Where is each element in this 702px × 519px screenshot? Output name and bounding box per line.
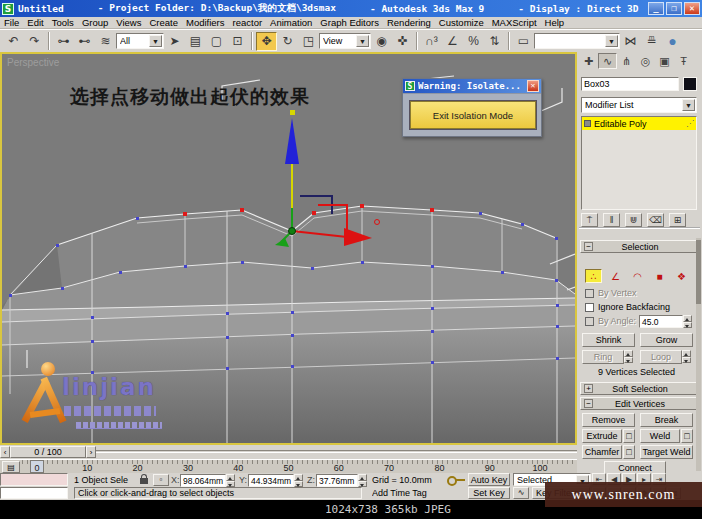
select-and-link-icon[interactable]: ⊶	[53, 32, 74, 51]
edit-vertices-rollout-header[interactable]: − Edit Vertices	[580, 397, 699, 410]
add-time-tag[interactable]: Add Time Tag	[372, 488, 427, 498]
next-frame-arrow[interactable]: ›	[86, 446, 96, 458]
x-coordinate-field[interactable]: 98.064mm	[180, 474, 226, 487]
scrollbar-thumb[interactable]	[696, 240, 701, 304]
time-slider-thumb[interactable]: 0 / 100	[10, 446, 86, 458]
dialog-title-bar[interactable]: S Warning: Isolate... ✕	[403, 79, 541, 93]
align-icon[interactable]: ≞	[641, 32, 662, 51]
panel-scrollbar[interactable]	[696, 238, 701, 471]
angle-value-field[interactable]: 45.0	[639, 315, 683, 328]
modifier-list-dropdown[interactable]: Modifier List▼	[581, 97, 697, 113]
menu-item[interactable]: Animation	[266, 17, 316, 28]
menu-item[interactable]: Group	[78, 17, 112, 28]
border-mode-icon[interactable]: ◠	[629, 269, 646, 283]
select-and-manipulate-icon[interactable]: ✜	[392, 32, 413, 51]
grow-button[interactable]: Grow	[640, 333, 693, 347]
chamfer-settings-button[interactable]: □	[623, 445, 635, 459]
material-editor-icon[interactable]: ●	[662, 32, 683, 51]
subobject-expand-icon[interactable]: ⋰	[686, 119, 694, 128]
menu-item[interactable]: MAXScript	[488, 17, 541, 28]
menu-item[interactable]: File	[0, 17, 23, 28]
viewport-label[interactable]: Perspective	[7, 57, 59, 68]
chevron-down-icon[interactable]: ▼	[605, 35, 618, 47]
time-slider[interactable]: ‹ 0 / 100 ›	[0, 445, 577, 459]
soft-selection-rollout-header[interactable]: + Soft Selection	[580, 382, 699, 395]
maxscript-mini-listener-white[interactable]	[0, 487, 68, 499]
modifier-stack[interactable]: Editable Poly ⋰	[581, 116, 697, 210]
mirror-icon[interactable]: ⋈	[620, 32, 641, 51]
tab-display[interactable]: ▣	[655, 53, 674, 69]
tab-utilities[interactable]: Ŧ	[674, 53, 693, 69]
tab-motion[interactable]: ◎	[636, 53, 655, 69]
selection-lock-toggle[interactable]: ▫	[153, 474, 169, 486]
expand-icon[interactable]: +	[584, 384, 593, 393]
chevron-down-icon[interactable]: ▼	[356, 35, 369, 47]
y-coordinate-field[interactable]: 44.934mm	[248, 474, 294, 487]
percent-snap-toggle-icon[interactable]: %	[463, 32, 484, 51]
menu-item[interactable]: reactor	[229, 17, 267, 28]
y-spinner[interactable]	[294, 474, 303, 487]
named-selection-sets-dropdown[interactable]: ▼	[534, 33, 620, 49]
menu-item[interactable]: Modifiers	[182, 17, 229, 28]
target-weld-button[interactable]: Target Weld	[640, 445, 693, 459]
menu-item[interactable]: Tools	[48, 17, 78, 28]
ring-spinner[interactable]	[624, 350, 633, 363]
unlink-selection-icon[interactable]: ⊷	[74, 32, 95, 51]
undo-icon[interactable]: ↶	[3, 32, 24, 51]
new-key-mode-icon[interactable]: ∿	[513, 487, 529, 499]
ring-button[interactable]: Ring	[582, 350, 624, 364]
by-vertex-checkbox[interactable]	[585, 289, 594, 298]
object-color-swatch[interactable]	[683, 77, 697, 91]
select-and-move-icon[interactable]: ✥	[256, 32, 277, 51]
edit-named-selection-sets-icon[interactable]: ▭	[513, 32, 534, 51]
extrude-settings-button[interactable]: □	[623, 429, 635, 443]
track-bar[interactable]: ▤ 102030405060708090100 0	[0, 459, 577, 473]
remove-modifier-icon[interactable]: ⌫	[647, 213, 664, 227]
maxscript-mini-listener-pink[interactable]	[0, 473, 68, 486]
spinner-snap-toggle-icon[interactable]: ⇅	[484, 32, 505, 51]
select-by-name-icon[interactable]: ▤	[185, 32, 206, 51]
break-button[interactable]: Break	[640, 413, 693, 427]
collapse-icon[interactable]: −	[584, 242, 593, 251]
weld-button[interactable]: Weld	[640, 429, 680, 443]
menu-item[interactable]: Create	[145, 17, 182, 28]
window-crossing-icon[interactable]: ⊡	[227, 32, 248, 51]
menu-item[interactable]: Help	[541, 17, 569, 28]
extrude-button[interactable]: Extrude	[582, 429, 622, 443]
weld-settings-button[interactable]: □	[681, 429, 693, 443]
edge-mode-icon[interactable]: ∠	[607, 269, 624, 283]
close-button[interactable]: ✕	[684, 2, 700, 15]
perspective-viewport[interactable]: Perspective 选择点移动做出起伏的效果	[0, 52, 577, 445]
exit-isolation-mode-button[interactable]: Exit Isolation Mode	[410, 101, 536, 129]
show-end-result-icon[interactable]: ‖	[603, 213, 620, 227]
loop-spinner[interactable]	[682, 350, 691, 363]
select-and-rotate-icon[interactable]: ↻	[277, 32, 298, 51]
object-name-field[interactable]: Box03	[581, 77, 679, 91]
stack-item-editable-poly[interactable]: Editable Poly ⋰	[582, 117, 696, 130]
chevron-down-icon[interactable]: ▼	[682, 99, 695, 111]
remove-button[interactable]: Remove	[582, 413, 635, 427]
open-mini-curve-editor-icon[interactable]: ▤	[2, 461, 20, 473]
rectangular-selection-region-icon[interactable]: ▢	[206, 32, 227, 51]
minimize-button[interactable]: _	[648, 2, 664, 15]
z-spinner[interactable]	[358, 474, 367, 487]
configure-modifier-sets-icon[interactable]: ⊞	[669, 213, 686, 227]
pin-stack-icon[interactable]: ⍑	[581, 213, 598, 227]
bind-to-space-warp-icon[interactable]: ≋	[95, 32, 116, 51]
menu-item[interactable]: Customize	[435, 17, 488, 28]
polygon-mode-icon[interactable]: ■	[651, 269, 668, 283]
maximize-button[interactable]: ❐	[666, 2, 682, 15]
make-unique-icon[interactable]: ⋓	[625, 213, 642, 227]
menu-item[interactable]: Rendering	[383, 17, 435, 28]
reference-coordinate-dropdown[interactable]: View▼	[319, 33, 371, 49]
use-pivot-point-center-icon[interactable]: ◉	[371, 32, 392, 51]
previous-frame-arrow[interactable]: ‹	[0, 446, 10, 458]
snap-toggle-3d-icon[interactable]: ∩³	[421, 32, 442, 51]
tab-create[interactable]: ✚	[579, 53, 598, 69]
menu-item[interactable]: Views	[112, 17, 145, 28]
auto-key-button[interactable]: Auto Key	[468, 473, 510, 486]
set-key-button[interactable]: Set Key	[468, 487, 510, 499]
menu-item[interactable]: Edit	[23, 17, 47, 28]
element-mode-icon[interactable]: ❖	[673, 269, 690, 283]
x-spinner[interactable]	[226, 474, 235, 487]
